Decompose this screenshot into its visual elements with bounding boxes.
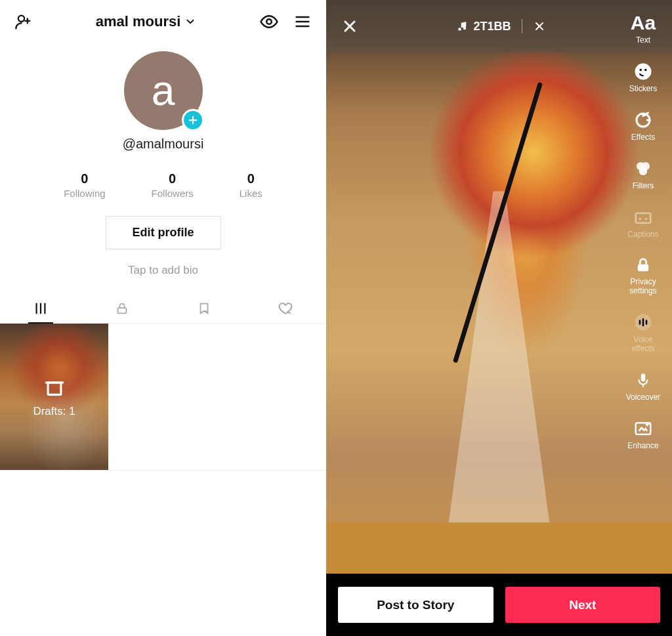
tool-text[interactable]: Aa Text [623,13,663,45]
svg-point-0 [18,16,24,22]
stickers-icon [633,62,653,81]
svg-rect-12 [638,265,648,272]
tool-privacy[interactable]: Privacy settings [623,256,663,295]
add-bio-hint[interactable]: Tap to add bio [0,264,326,277]
editor-bottom-bar: Post to Story Next [326,574,672,636]
avatar-letter: a [152,66,175,115]
svg-rect-14 [641,373,646,381]
filters-icon [633,159,653,179]
tool-effects[interactable]: Effects [623,110,663,142]
avatar[interactable]: a [124,51,203,130]
profile-name-dropdown[interactable]: amal moursi [96,13,197,30]
editor-tool-rail: Aa Text Stickers Effects Filters Caption… [623,13,663,450]
tool-label: Captions [627,230,658,239]
music-note-icon [456,20,468,32]
tab-saved[interactable] [163,294,245,323]
video-grid: Drafts: 1 [0,324,326,471]
tab-private[interactable] [81,294,163,323]
tool-voiceover[interactable]: Voiceover [623,370,663,402]
post-to-story-button[interactable]: Post to Story [338,587,494,623]
tool-enhance[interactable]: Enhance [623,419,663,450]
tool-label: Text [636,35,650,45]
story-bottom-band [326,522,672,574]
voice-effects-icon [633,312,653,332]
captions-icon [633,207,653,227]
tool-label: Stickers [629,84,658,93]
svg-point-6 [644,69,647,72]
tool-label: Effects [631,133,655,142]
svg-point-10 [639,167,648,176]
avatar-plus-badge[interactable] [182,109,204,131]
profile-display-name: amal moursi [96,13,181,30]
svg-point-4 [635,64,652,80]
svg-rect-2 [118,308,127,313]
tool-label: Voice effects [623,335,663,353]
stats-row: 0 Following 0 Followers 0 Likes [0,171,326,199]
svg-rect-11 [636,213,651,223]
tool-stickers[interactable]: Stickers [623,62,663,93]
add-friend-icon[interactable] [14,12,33,31]
stat-following[interactable]: 0 Following [64,171,105,199]
text-icon: Aa [631,13,656,33]
eye-icon[interactable] [259,12,279,32]
edit-profile-button[interactable]: Edit profile [106,216,221,249]
menu-icon[interactable] [293,12,312,31]
svg-rect-3 [48,382,61,394]
tab-feed[interactable] [0,294,81,323]
stat-label: Following [64,188,105,199]
tool-captions[interactable]: Captions [623,207,663,239]
stat-label: Followers [152,188,194,199]
effects-icon [633,110,653,130]
draft-overlay: Drafts: 1 [0,324,108,470]
microphone-icon [635,370,652,390]
tool-filters[interactable]: Filters [623,159,663,190]
profile-screen: amal moursi a @amalmoursi 0 [0,0,326,636]
editor-top-bar: 2T1BB [326,0,672,53]
tool-label: Filters [633,181,654,190]
svg-point-1 [266,19,272,24]
music-title: 2T1BB [473,20,511,33]
drafts-label: Drafts: 1 [33,405,75,418]
music-close-icon[interactable] [533,20,546,33]
tool-label: Privacy settings [623,277,663,295]
story-editor-screen: 2T1BB Aa Text Stickers Effects Filters C… [326,0,672,636]
tool-label: Enhance [627,441,658,450]
close-icon[interactable] [341,17,359,35]
profile-header: amal moursi [0,0,326,37]
draft-thumbnail[interactable]: Drafts: 1 [0,324,108,470]
enhance-icon [633,419,653,438]
drafts-icon [43,376,66,398]
stat-label: Likes [240,188,262,199]
stat-value: 0 [152,171,194,186]
stat-followers[interactable]: 0 Followers [152,171,194,199]
username-handle: @amalmoursi [0,137,326,152]
stat-value: 0 [240,171,262,186]
stat-value: 0 [64,171,105,186]
music-pill[interactable]: 2T1BB [450,18,548,35]
tool-voice-effects[interactable]: Voice effects [623,312,663,353]
next-button[interactable]: Next [505,587,661,623]
tab-liked[interactable] [245,294,326,323]
svg-point-5 [640,69,642,72]
tool-label: Voiceover [626,392,661,402]
stat-likes[interactable]: 0 Likes [240,171,262,199]
profile-tabs [0,294,326,324]
lock-icon [634,256,652,274]
